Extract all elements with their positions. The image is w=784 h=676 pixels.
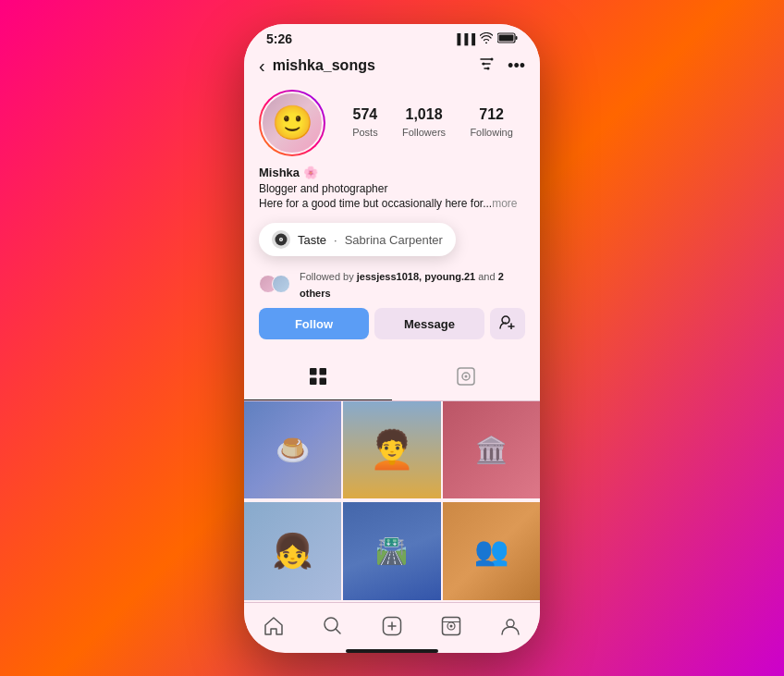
follower-avatar-2 [272,275,290,293]
taste-label: Taste [298,233,326,247]
more-icon[interactable]: ••• [508,56,525,76]
nav-search[interactable] [313,612,352,640]
filter-icon[interactable] [478,55,495,77]
nav-reels[interactable] [432,612,471,640]
nav-left: ‹ mishka_songs [259,55,375,77]
svg-point-3 [491,57,494,60]
avatar-image: 🙂 [272,104,313,142]
stat-following: 712 Following [470,106,512,140]
followed-text: Followed by jessjess1018, pyoung.21 and … [300,271,504,299]
battery-icon [497,32,518,45]
posts-count: 574 [352,106,378,123]
stat-followers: 1,018 Followers [402,106,446,140]
avatar-ring: 🙂 [259,90,325,156]
taste-separator: · [334,233,337,247]
bio-more[interactable]: more [492,197,517,210]
svg-point-22 [507,620,514,627]
svg-point-21 [450,624,453,627]
grid-cell-1[interactable]: 🍮 [244,401,341,498]
svg-rect-12 [310,378,317,386]
home-indicator [346,649,438,653]
status-time: 5:26 [266,31,292,46]
nav-username: mishka_songs [273,57,375,74]
svg-point-16 [465,375,468,378]
nav-profile[interactable] [491,612,530,640]
photo-grid: 🍮 🧑‍🦱 🏛️ 👧 🛣️ 👥 [244,401,540,601]
followers-count: 1,018 [402,106,446,123]
bio-name: Mishka 🌸 [259,166,525,179]
svg-rect-10 [310,368,317,375]
signal-icon: ▐▐▐ [454,33,475,44]
music-icon [272,230,290,249]
bio-text: Blogger and photographer Here for a good… [259,181,525,213]
taste-tooltip[interactable]: Taste · Sabrina Carpenter [259,223,456,256]
follow-button[interactable]: Follow [259,308,369,339]
nav-bar: ‹ mishka_songs ••• [244,50,540,82]
svg-point-8 [280,239,282,240]
grid-cell-2[interactable]: 🧑‍🦱 [343,401,440,498]
svg-point-4 [483,62,485,65]
stat-posts: 574 Posts [352,106,378,140]
followed-by: Followed by jessjess1018, pyoung.21 and … [259,267,525,301]
taste-artist: Sabrina Carpenter [345,233,443,247]
grid-cell-3[interactable]: 🏛️ [443,401,540,498]
svg-rect-1 [499,34,514,41]
following-label: Following [470,127,512,138]
grid-cell-4[interactable]: 👧 [244,502,341,599]
grid-cell-6[interactable]: 👥 [443,502,540,599]
svg-point-5 [487,67,490,69]
profile-top: 🙂 574 Posts 1,018 Followers 712 Followin… [259,90,525,156]
status-bar: 5:26 ▐▐▐ [244,24,540,50]
svg-rect-13 [320,378,327,386]
bottom-nav [244,602,540,644]
tab-tagged[interactable] [392,358,540,400]
tab-grid[interactable] [244,358,392,400]
status-icons: ▐▐▐ [454,32,518,45]
nav-home[interactable] [254,612,293,640]
nav-add[interactable] [373,612,411,640]
tagged-icon [457,367,475,391]
posts-label: Posts [352,127,378,138]
followed-avatars [259,275,285,293]
followers-label: Followers [402,127,446,138]
add-friend-button[interactable] [490,308,525,339]
followed-users: jessjess1018, pyoung.21 [357,271,475,282]
grid-icon [309,367,327,390]
profile-section: 🙂 574 Posts 1,018 Followers 712 Followin… [244,82,540,359]
action-buttons: Follow Message [259,308,525,339]
phone-frame: 5:26 ▐▐▐ ‹ mishk [244,24,540,653]
stats-row: 574 Posts 1,018 Followers 712 Following [340,106,525,140]
grid-cell-5[interactable]: 🛣️ [343,502,440,599]
following-count: 712 [470,106,512,123]
message-button[interactable]: Message [374,308,484,339]
tabs-bar [244,358,540,401]
svg-rect-11 [320,368,327,375]
svg-rect-2 [516,36,518,40]
avatar: 🙂 [261,92,324,154]
nav-right: ••• [478,55,525,77]
back-button[interactable]: ‹ [259,55,265,77]
wifi-icon [480,32,493,45]
